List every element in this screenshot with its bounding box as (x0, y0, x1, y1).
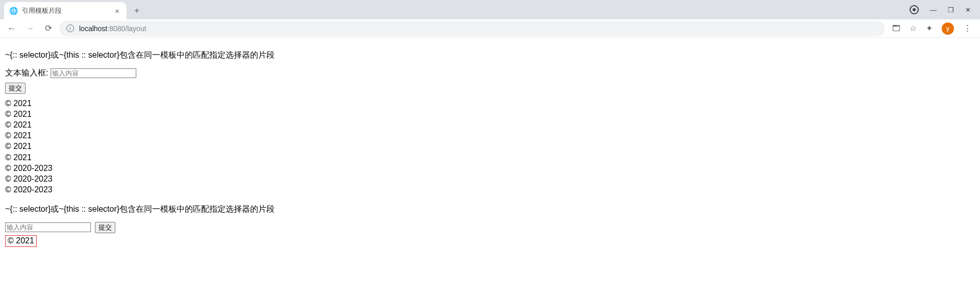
copyright-item: © 2020-2023 (5, 163, 975, 173)
menu-icon[interactable]: ⋮ (963, 23, 972, 34)
address-bar[interactable]: i localhost:8080/layout (59, 21, 885, 36)
form-row-1: 文本输入框: (5, 68, 975, 79)
submit-row-1: 提交 (5, 83, 975, 94)
reload-button[interactable]: ⟳ (41, 21, 56, 36)
selector-note-2: ~{:: selector}或~{this :: selector}包含在同一模… (5, 204, 975, 215)
url-text: localhost:8080/layout (79, 24, 146, 33)
window-controls: — ❐ ✕ (910, 0, 980, 19)
minimize-icon[interactable]: — (930, 6, 937, 14)
second-block: ~{:: selector}或~{this :: selector}包含在同一模… (5, 204, 975, 247)
tab-title: 引用模板片段 (22, 7, 109, 15)
bookmark-star-icon[interactable]: ☆ (910, 23, 917, 33)
forward-button: → (22, 21, 38, 36)
highlighted-copyright: © 2021 (5, 235, 37, 247)
browser-tab[interactable]: 🌐 引用模板片段 × (4, 2, 127, 19)
form-row-2: 提交 (5, 222, 975, 233)
close-tab-icon[interactable]: × (113, 7, 121, 15)
copyright-item: © 2021 (5, 109, 975, 119)
site-info-icon[interactable]: i (66, 24, 74, 32)
submit-button-1[interactable]: 提交 (5, 83, 26, 94)
new-tab-button[interactable]: + (130, 4, 144, 18)
copyright-item: © 2021 (5, 152, 975, 163)
selector-note: ~{:: selector}或~{this :: selector}包含在同一模… (5, 50, 975, 61)
profile-indicator-icon[interactable] (910, 5, 919, 14)
text-input-2[interactable] (5, 222, 91, 232)
translate-icon[interactable]: 🗔 (892, 24, 900, 33)
copyright-item: © 2020-2023 (5, 173, 975, 184)
submit-button-2[interactable]: 提交 (95, 222, 115, 233)
text-input-label: 文本输入框: (5, 68, 48, 77)
text-input-1[interactable] (51, 68, 136, 78)
copyright-item: © 2021 (5, 130, 975, 141)
back-button[interactable]: ← (4, 21, 19, 36)
copyright-item: © 2021 (5, 141, 975, 152)
browser-toolbar: ← → ⟳ i localhost:8080/layout 🗔 ☆ ✦ y ⋮ (0, 19, 980, 38)
copyright-list: © 2021 © 2021 © 2021 © 2021 © 2021 © 202… (5, 98, 975, 195)
close-window-icon[interactable]: ✕ (965, 6, 971, 14)
profile-avatar[interactable]: y (942, 22, 954, 35)
copyright-item: © 2021 (5, 119, 975, 130)
copyright-item: © 2021 (5, 98, 975, 109)
page-content: ~{:: selector}或~{this :: selector}包含在同一模… (0, 38, 980, 252)
globe-icon: 🌐 (9, 7, 18, 15)
maximize-icon[interactable]: ❐ (948, 6, 954, 14)
extensions-icon[interactable]: ✦ (926, 23, 933, 33)
browser-tab-strip: 🌐 引用模板片段 × + — ❐ ✕ (0, 0, 980, 19)
copyright-item: © 2020-2023 (5, 184, 975, 195)
toolbar-right: 🗔 ☆ ✦ y ⋮ (888, 22, 976, 35)
